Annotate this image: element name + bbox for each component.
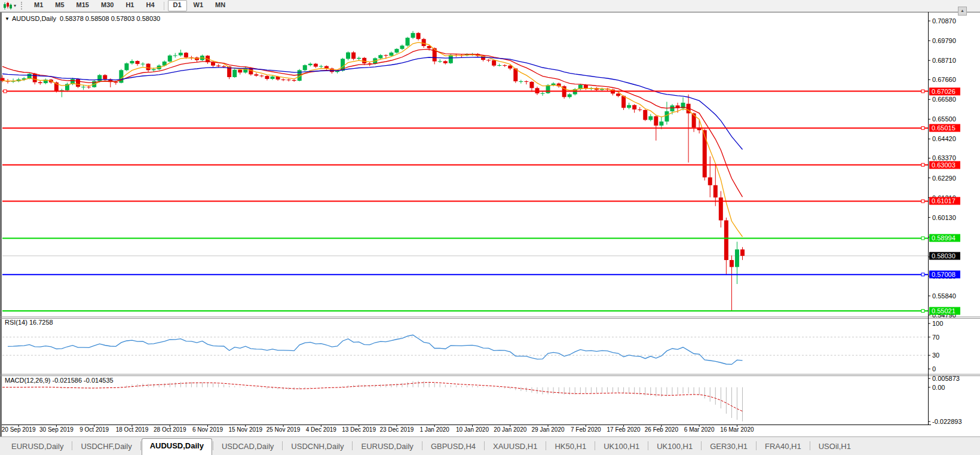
tab-separator bbox=[701, 441, 702, 450]
mt4-window: ▾ M1M5M15M30H1H4D1W1MN ▲ ▼AUDUSD,Daily 0… bbox=[0, 0, 980, 455]
tab-separator bbox=[282, 441, 283, 450]
chart-tab-bar: EURUSD,DailyUSDCHF,DailyAUDUSD,DailyUSDC… bbox=[0, 436, 980, 455]
candles-layer bbox=[1, 31, 745, 311]
tab-audusd-daily[interactable]: AUDUSD,Daily bbox=[142, 438, 212, 455]
tab-eurusd-daily[interactable]: EURUSD,Daily bbox=[4, 439, 71, 455]
chart-canvas[interactable] bbox=[0, 0, 980, 455]
chevron-down-icon: ▾ bbox=[14, 4, 16, 8]
chart-scroll-up-button[interactable]: ▲ bbox=[958, 7, 967, 16]
timeframe-button-h1[interactable]: H1 bbox=[120, 0, 139, 11]
tab-xauusd-h1[interactable]: XAUUSD,H1 bbox=[485, 439, 545, 455]
ma-line-14 bbox=[2, 49, 743, 197]
tab-uk100-h1[interactable]: UK100,H1 bbox=[596, 439, 647, 455]
tab-usdcad-daily[interactable]: USDCAD,Daily bbox=[214, 439, 281, 455]
rsi-pane bbox=[2, 335, 928, 364]
toolbar-separator bbox=[164, 2, 164, 10]
rsi-line bbox=[8, 335, 743, 364]
tab-separator bbox=[595, 441, 595, 450]
tab-uk100-h1[interactable]: UK100,H1 bbox=[649, 439, 700, 455]
timeframe-button-m1[interactable]: M1 bbox=[29, 0, 48, 11]
tab-separator bbox=[72, 441, 72, 450]
timeframe-toolbar: M1M5M15M30H1H4D1W1MN bbox=[28, 0, 231, 11]
axis-ticks bbox=[19, 21, 930, 427]
tab-eurusd-daily[interactable]: EURUSD,Daily bbox=[353, 439, 421, 455]
timeframe-button-m5[interactable]: M5 bbox=[50, 0, 69, 11]
tab-usdchf-daily[interactable]: USDCHF,Daily bbox=[73, 439, 139, 455]
tab-gbpusd-h4[interactable]: GBPUSD,H4 bbox=[423, 439, 483, 455]
tab-list: EURUSD,DailyUSDCHF,DailyAUDUSD,DailyUSDC… bbox=[4, 438, 859, 455]
timeframe-button-mn[interactable]: MN bbox=[210, 0, 231, 11]
tab-ger30-h1[interactable]: GER30,H1 bbox=[702, 439, 755, 455]
tab-separator bbox=[756, 441, 757, 450]
tab-fra40-h1[interactable]: FRA40,H1 bbox=[757, 439, 809, 455]
toolbar-grip[interactable] bbox=[21, 2, 24, 10]
tab-hk50-h1[interactable]: HK50,H1 bbox=[547, 439, 594, 455]
tab-separator bbox=[810, 441, 810, 450]
timeframe-button-m15[interactable]: M15 bbox=[71, 0, 94, 11]
moving-averages bbox=[2, 42, 743, 237]
ma-line-6 bbox=[2, 42, 743, 237]
timeframe-button-m30[interactable]: M30 bbox=[96, 0, 119, 11]
macd-pane bbox=[2, 381, 743, 422]
macd-signal-line bbox=[2, 383, 743, 411]
ma-line-34 bbox=[2, 57, 743, 149]
tab-separator bbox=[422, 441, 422, 450]
timeframe-button-w1[interactable]: W1 bbox=[188, 0, 209, 11]
timeframe-button-h4[interactable]: H4 bbox=[140, 0, 160, 11]
tab-separator bbox=[546, 441, 546, 450]
tab-separator bbox=[352, 441, 353, 450]
tab-separator bbox=[140, 441, 141, 450]
toolbar: ▾ M1M5M15M30H1H4D1W1MN bbox=[0, 0, 980, 12]
tab-separator bbox=[213, 441, 213, 450]
tab-separator bbox=[648, 441, 648, 450]
tab-usdcnh-daily[interactable]: USDCNH,Daily bbox=[283, 439, 351, 455]
chart-type-icon bbox=[3, 2, 13, 10]
tab-separator bbox=[484, 441, 485, 450]
timeframe-button-d1[interactable]: D1 bbox=[168, 0, 187, 11]
candlestick-chart-icon[interactable]: ▾ bbox=[0, 1, 19, 11]
tab-usoil-h1[interactable]: USOil,H1 bbox=[811, 439, 859, 455]
level-lines bbox=[2, 90, 928, 312]
